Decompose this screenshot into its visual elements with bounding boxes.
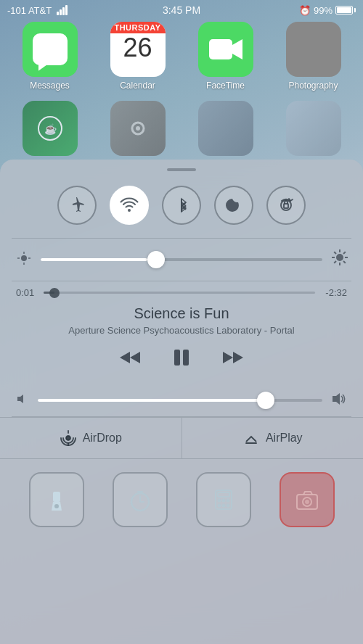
app-photography[interactable]: Photography [274,22,353,91]
calendar-day-number: 26 [123,35,152,61]
calculator-icon [210,486,237,513]
media-progress-track[interactable] [44,292,315,294]
brightness-track[interactable] [41,258,322,261]
media-time-row: 0:01 -2:32 [16,287,347,298]
media-player: 0:01 -2:32 Science is Fun Aperture Scien… [0,281,363,391]
status-left: -101 AT&T [7,5,68,16]
airplane-icon [68,196,86,215]
cc-toggles-row [0,177,363,238]
app-facetime-label: FaceTime [206,80,245,91]
svg-point-41 [54,504,59,508]
app-calendar-label: Calendar [120,80,155,91]
app-facetime[interactable]: FaceTime [187,22,265,91]
svg-marker-1 [232,39,242,59]
status-right: ⏰ 99% [299,5,356,16]
svg-rect-29 [174,350,180,366]
wifi-toggle-icon [120,196,139,215]
cc-handle-bar [167,168,196,171]
svg-point-52 [218,505,220,507]
brightness-low-icon [16,251,32,268]
svg-marker-33 [17,395,23,403]
svg-point-51 [227,500,229,502]
svg-point-54 [227,505,229,507]
airplay-button[interactable]: AirPlay [182,418,364,458]
airplay-icon [242,429,260,447]
svg-rect-48 [218,492,229,497]
starbucks-icon: ☕ [36,114,65,143]
svg-point-35 [66,436,70,440]
app-messages[interactable]: Messages [11,22,89,91]
volume-low-icon [16,392,29,408]
airdrop-label: AirDrop [83,432,122,445]
svg-marker-27 [120,352,130,363]
media-song-title: Science is Fun [16,305,347,322]
control-center: 0:01 -2:32 Science is Fun Aperture Scien… [0,160,363,644]
homescreen: Messages Thursday 26 Calendar FaceTime [0,0,363,160]
app-calendar[interactable]: Thursday 26 Calendar [99,22,177,91]
airdrop-icon [60,429,77,447]
camera-button[interactable] [280,472,335,527]
wifi-signal-icon [57,5,68,15]
media-controls [16,346,347,369]
svg-rect-30 [183,350,189,366]
timer-icon [126,486,154,513]
flashlight-button[interactable] [29,472,84,527]
svg-point-57 [305,500,309,504]
fastforward-button[interactable] [221,346,245,369]
app-row-1: Messages Thursday 26 Calendar FaceTime [6,22,357,91]
media-artist: Aperture Science Psychoacoustics Laborat… [16,325,347,336]
battery-percent: 99% [314,5,333,16]
volume-high-icon [331,391,347,409]
app-starbucks[interactable]: ☕ [11,101,89,160]
svg-rect-0 [209,39,232,59]
svg-marker-31 [223,352,233,363]
timer-button[interactable] [113,472,168,527]
media-remaining: -2:32 [321,287,347,298]
calculator-button[interactable] [196,472,251,527]
messages-bubble-icon [33,33,68,65]
app-photography-label: Photography [288,80,338,91]
svg-line-26 [343,252,346,254]
brightness-thumb[interactable] [147,251,165,268]
cc-services-row: AirDrop AirPlay [0,417,363,459]
moon-icon [224,196,243,215]
app-folder[interactable] [274,101,353,160]
rotation-toggle[interactable] [266,186,306,225]
svg-text:☕: ☕ [44,123,57,136]
cc-handle [0,160,363,177]
volume-thumb[interactable] [257,392,274,409]
dnd-toggle[interactable] [214,186,253,225]
flashlight-icon [43,486,70,513]
brightness-high-icon [331,249,347,271]
app-row-2: ☕ [6,101,357,160]
battery-icon [335,6,356,15]
pause-button[interactable] [171,347,192,368]
svg-point-13 [21,255,27,261]
svg-marker-28 [130,352,140,363]
status-bar: -101 AT&T 3:45 PM ⏰ 99% [0,0,363,20]
svg-line-24 [343,261,346,263]
volume-track[interactable] [38,399,322,402]
bluetooth-toggle[interactable] [162,186,201,225]
svg-rect-38 [245,442,257,444]
media-progress-thumb[interactable] [49,288,60,298]
brightness-slider-row [0,239,363,281]
airplane-toggle[interactable] [57,186,97,225]
carrier-label: -101 AT&T [7,5,52,16]
rotation-lock-icon [277,196,295,215]
media-elapsed: 0:01 [16,287,38,298]
svg-marker-32 [233,352,243,363]
app-unknown[interactable] [187,101,265,160]
calendar-day-name: Thursday [110,22,166,33]
svg-rect-39 [53,492,60,502]
svg-point-53 [222,505,224,507]
svg-point-50 [222,500,224,502]
wifi-toggle[interactable] [110,186,149,225]
app-settings[interactable] [99,101,177,160]
brightness-fill [41,258,147,261]
bluetooth-icon [172,196,191,215]
volume-row [0,391,363,416]
airdrop-button[interactable]: AirDrop [0,418,182,458]
rewind-button[interactable] [118,346,142,369]
app-messages-label: Messages [30,80,70,91]
